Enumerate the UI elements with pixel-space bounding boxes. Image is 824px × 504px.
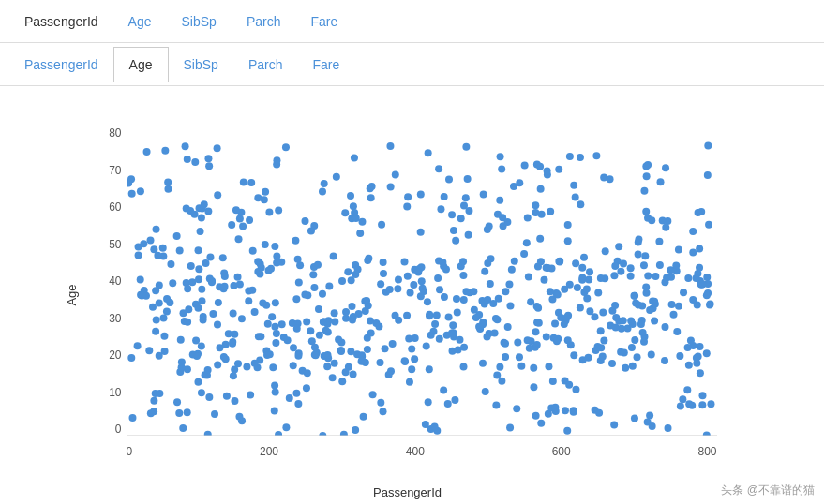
- second-tab-parch[interactable]: Parch: [233, 48, 298, 82]
- scatter-canvas: [127, 126, 717, 436]
- top-tab-bar: PassengerId Age SibSp Parch Fare: [0, 0, 824, 43]
- top-tab-sibsp[interactable]: SibSp: [167, 5, 232, 38]
- chart-wrapper: Age PassengerId 0 10 20 30 40 50 60 70 8…: [89, 117, 727, 473]
- second-tab-sibsp[interactable]: SibSp: [169, 48, 233, 82]
- second-tab-bar: PassengerId Age SibSp Parch Fare: [0, 43, 824, 86]
- second-tab-age[interactable]: Age: [113, 47, 169, 82]
- top-tab-age[interactable]: Age: [113, 5, 167, 38]
- y-axis-label: Age: [65, 284, 79, 305]
- x-ticks: 0 200 400 600 800: [127, 445, 717, 458]
- x-axis-label: PassengerId: [373, 485, 442, 499]
- plot-area: [127, 126, 717, 436]
- y-ticks: 0 10 20 30 40 50 60 70 80: [89, 126, 127, 436]
- second-tab-passengerid[interactable]: PassengerId: [9, 48, 113, 82]
- second-tab-fare[interactable]: Fare: [297, 48, 354, 82]
- watermark: 头条 @不靠谱的猫: [721, 482, 815, 498]
- top-tab-parch[interactable]: Parch: [232, 5, 296, 38]
- top-tab-passengerid[interactable]: PassengerId: [9, 5, 113, 38]
- chart-container: Age PassengerId 0 10 20 30 40 50 60 70 8…: [0, 86, 824, 504]
- top-tab-fare[interactable]: Fare: [295, 5, 352, 38]
